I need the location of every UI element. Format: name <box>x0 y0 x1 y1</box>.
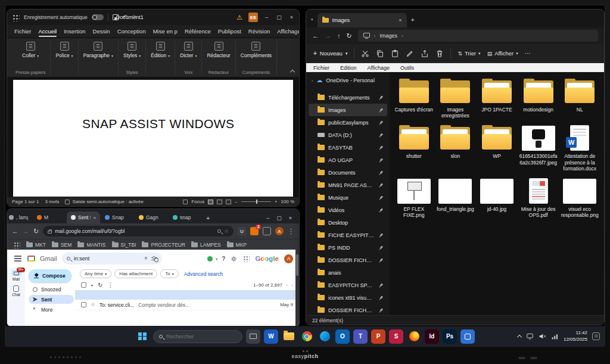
scrollbar[interactable] <box>295 250 299 326</box>
star-icon[interactable]: ☆ <box>91 302 95 307</box>
word-menu-item[interactable]: Fichier <box>11 26 35 37</box>
file-item[interactable]: motiondesign <box>519 78 558 119</box>
minimize-button[interactable]: – <box>264 15 269 20</box>
next-page-icon[interactable]: › <box>291 282 293 288</box>
status-dot-icon[interactable] <box>207 256 213 262</box>
bookmark-folder[interactable]: MKT <box>26 242 46 248</box>
chevron-down-icon[interactable]: ▾ <box>91 283 93 287</box>
gmail-search-box[interactable]: × <box>62 253 162 265</box>
file-item[interactable]: WP <box>477 125 516 172</box>
taskbar-app-icon[interactable]: S <box>389 329 403 344</box>
close-button[interactable]: × <box>289 215 292 221</box>
page-count[interactable]: Page 1 sur 1 <box>12 199 39 204</box>
gmail-search-input[interactable] <box>74 256 118 262</box>
sort-button[interactable]: ⇅Trier▾ <box>458 50 480 57</box>
rename-icon[interactable] <box>406 49 414 58</box>
sidebar-item[interactable]: Images <box>309 104 387 116</box>
sidebar-item-onedrive[interactable]: › ☁ OneDrive - Personal <box>307 74 388 86</box>
ribbon-group[interactable]: Édition▾ <box>146 41 175 76</box>
collapse-ribbon-icon[interactable] <box>290 70 295 74</box>
bookmark-star-icon[interactable]: ☆ <box>224 229 229 234</box>
new-tab-button[interactable]: + <box>411 16 415 27</box>
address-breadcrumb[interactable]: › Images › <box>358 30 598 42</box>
browser-tab[interactable]: M <box>33 211 66 223</box>
notification-center-icon[interactable] <box>592 332 600 340</box>
sidebar-item[interactable]: Documents <box>309 166 387 179</box>
forward-icon[interactable]: → <box>23 228 29 235</box>
bookmark-folder[interactable]: MKP <box>227 242 247 248</box>
file-item[interactable]: Mise à jour des OPS.pdf <box>519 178 558 218</box>
word-menu-item[interactable]: Accueil <box>35 26 61 37</box>
ribbon-button[interactable]: Édition▾ <box>151 42 170 58</box>
ribbon-button[interactable]: Coller▾ <box>22 42 39 58</box>
file-item[interactable]: slon <box>436 125 475 172</box>
taskbar-app-icon[interactable]: W <box>264 329 278 344</box>
taskbar-app-icon[interactable]: Id <box>425 329 439 344</box>
extensions-puzzle-icon[interactable] <box>263 227 271 235</box>
minimize-button[interactable]: – <box>266 215 269 221</box>
rail-item[interactable]: Chat <box>11 285 21 297</box>
share-icon[interactable] <box>421 49 429 58</box>
chevron-icon[interactable]: › <box>312 79 313 83</box>
file-item[interactable]: JPO 1PACTE <box>477 78 516 119</box>
sidebar-item[interactable]: Vidéos <box>309 204 387 216</box>
sidebar-item[interactable]: MN91 PAGE ASSIS <box>309 179 387 191</box>
file-item[interactable]: EP FLEX FIXE.png <box>394 178 434 218</box>
refresh-icon[interactable]: ↻ <box>98 282 102 288</box>
display-icon[interactable] <box>526 332 534 340</box>
browser-tab[interactable]: Sent ! <box>67 211 100 223</box>
profile-avatar[interactable]: A <box>275 227 284 235</box>
maximize-button[interactable]: ▢ <box>276 215 282 221</box>
word-menu-item[interactable]: Référence <box>181 26 214 37</box>
taskbar-app-icon[interactable]: T <box>353 329 368 344</box>
word-menu-item[interactable]: Insertion <box>60 26 89 37</box>
more-options-icon[interactable]: ⋮ <box>107 282 113 288</box>
zoom-out-icon[interactable]: – <box>235 199 237 204</box>
taskbar-app-icon[interactable]: P <box>371 329 385 344</box>
taskbar-app-icon[interactable] <box>460 329 475 344</box>
tab-close-icon[interactable] <box>93 215 96 220</box>
rewards-extension-icon[interactable]: 2 <box>250 227 259 235</box>
ribbon-button[interactable]: Compléments <box>241 42 272 58</box>
tab-list-chevron-icon[interactable]: ▾ <box>311 17 313 27</box>
ribbon-group[interactable]: Rédacteur Rédacteur <box>202 41 235 76</box>
sidebar-item[interactable]: Téléchargements <box>309 91 387 104</box>
search-filters-icon[interactable] <box>151 256 157 262</box>
word-menu-item[interactable]: Mise en p <box>150 26 181 37</box>
clock[interactable]: 11:42 12/05/2025 <box>564 330 587 343</box>
taskbar-app-icon[interactable] <box>246 329 260 344</box>
sidebar-item[interactable]: DOSSIER FICHES MEMC.. <box>309 304 387 315</box>
up-icon[interactable]: ↑ <box>337 33 341 39</box>
ribbon-button[interactable]: Styles▾ <box>123 42 141 58</box>
url-text[interactable]: mail.google.com/mail/u/0/?ogbl <box>55 228 214 234</box>
print-view-icon[interactable] <box>217 200 222 204</box>
sidebar-item[interactable]: DOSSIER FICHES PRODI.. <box>309 254 387 266</box>
sidebar-item[interactable]: Musique <box>309 191 387 204</box>
close-button[interactable]: × <box>289 15 294 20</box>
filter-chip[interactable]: Has attachment <box>114 269 157 278</box>
google-apps-icon[interactable] <box>242 255 250 262</box>
taskbar-app-icon[interactable] <box>282 329 296 344</box>
rail-item[interactable]: 99+ Mail <box>11 270 21 281</box>
back-icon[interactable]: ← <box>12 228 18 235</box>
ribbon-group[interactable]: Paragraphe▾ <box>79 41 119 76</box>
zoom-in-icon[interactable]: + <box>275 199 278 204</box>
sidebar-item[interactable]: anais <box>309 266 387 279</box>
file-item[interactable]: NL <box>560 78 599 119</box>
web-view-icon[interactable] <box>226 200 231 204</box>
taskbar-app-icon[interactable] <box>318 329 332 344</box>
word-menu-item[interactable]: Dessin <box>89 26 114 37</box>
volume-muted-icon[interactable] <box>539 332 546 340</box>
network-icon[interactable] <box>551 332 559 340</box>
new-button[interactable]: +Nouveau▾ <box>313 50 347 57</box>
sidebar-item[interactable]: Desktop <box>309 216 387 229</box>
menu-item[interactable]: Fichier <box>313 65 329 71</box>
address-bar[interactable]: mail.google.com/mail/u/0/?ogbl ☆ <box>43 226 234 237</box>
help-icon[interactable]: ? <box>222 256 225 262</box>
more-options-icon[interactable]: ⋯ <box>525 50 531 57</box>
sidebar-item[interactable]: icones xt91 visuel v10 .. <box>309 291 387 304</box>
focus-mode[interactable]: Focus <box>191 199 204 204</box>
reload-icon[interactable]: ↻ <box>33 228 39 235</box>
view-button[interactable]: ▤Afficher▾ <box>487 50 518 57</box>
paste-icon[interactable] <box>391 49 399 58</box>
